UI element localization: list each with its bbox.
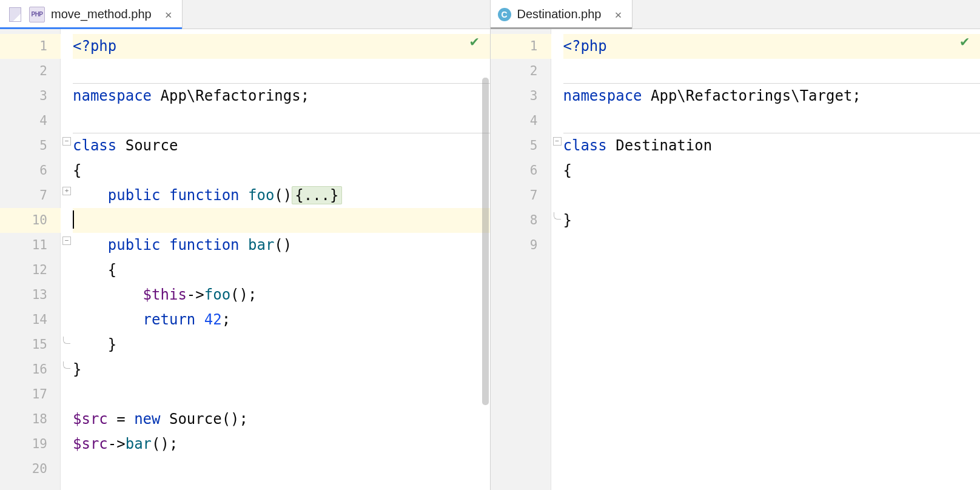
- fold-cell: [61, 427, 73, 452]
- code-line[interactable]: class Destination: [563, 133, 981, 158]
- inspection-ok-icon[interactable]: ✔: [470, 33, 478, 50]
- code-line[interactable]: class Source: [73, 133, 490, 158]
- token-kw: namespace: [563, 87, 651, 104]
- fold-cell: [551, 178, 563, 203]
- line-number: 1: [0, 34, 61, 59]
- tab-label: move_method.php: [51, 7, 152, 21]
- fold-cell: [61, 54, 73, 79]
- token-plain: }: [73, 336, 116, 353]
- tab-destination[interactable]: C Destination.php ×: [491, 0, 633, 29]
- fold-collapse-icon[interactable]: −: [62, 137, 71, 146]
- fold-collapse-icon[interactable]: −: [62, 237, 71, 245]
- code-line[interactable]: }: [73, 357, 490, 382]
- code-line[interactable]: [73, 109, 490, 133]
- code-line[interactable]: <?php: [563, 34, 981, 59]
- line-number: 5: [0, 133, 61, 158]
- fold-end-icon: [554, 212, 561, 220]
- code-line[interactable]: [563, 59, 981, 84]
- line-number: 7: [0, 183, 61, 208]
- token-plain: ->: [187, 286, 204, 303]
- line-number: 12: [0, 258, 61, 283]
- token-plain: ();: [152, 435, 178, 452]
- line-number: 3: [491, 84, 551, 109]
- fold-cell: [551, 228, 563, 253]
- right-pane: C Destination.php × ✔ 123456789 − <?phpn…: [491, 0, 981, 490]
- code-line[interactable]: return 42;: [73, 307, 490, 332]
- close-icon[interactable]: ×: [614, 8, 622, 21]
- code-line[interactable]: $src = new Source();: [73, 407, 490, 432]
- fold-cell[interactable]: [551, 203, 563, 228]
- code-line[interactable]: public function foo(){...}: [73, 183, 490, 208]
- token-kw: class: [563, 137, 616, 154]
- token-fn: foo: [248, 187, 274, 204]
- code-line[interactable]: {: [563, 158, 981, 183]
- token-kw: class: [73, 137, 126, 154]
- line-number: 20: [0, 457, 61, 482]
- line-number: 8: [491, 208, 551, 233]
- fold-cell: [61, 153, 73, 178]
- fold-cell[interactable]: [61, 352, 73, 377]
- fold-expand-icon[interactable]: +: [62, 187, 71, 195]
- fold-cell: [61, 29, 73, 54]
- fold-cell: [551, 29, 563, 54]
- code-line[interactable]: {: [73, 158, 490, 183]
- fold-cell[interactable]: [61, 327, 73, 352]
- line-number: 18: [0, 407, 61, 432]
- editor-left[interactable]: ✔ 12345671011121314151617181920 −+− <?ph…: [0, 29, 490, 490]
- token-plain: }: [73, 361, 81, 378]
- fold-cell[interactable]: −: [61, 228, 73, 253]
- code-line[interactable]: [73, 382, 490, 407]
- code-line[interactable]: {: [73, 258, 490, 283]
- fold-cell: [61, 203, 73, 228]
- tab-move-method[interactable]: PHP move_method.php ×: [0, 0, 183, 29]
- code-line[interactable]: $this->foo();: [73, 283, 490, 307]
- code-line[interactable]: [73, 457, 490, 482]
- fold-cell: [61, 253, 73, 278]
- token-plain: (): [274, 187, 292, 204]
- fold-cell[interactable]: +: [61, 178, 73, 203]
- token-plain: {: [73, 261, 116, 278]
- line-number: 2: [491, 59, 551, 84]
- code-area[interactable]: <?phpnamespace App\Refactorings;class So…: [73, 29, 490, 490]
- fold-collapse-icon[interactable]: −: [553, 137, 562, 146]
- gutter: 123456789: [491, 29, 551, 490]
- code-line[interactable]: }: [563, 208, 981, 233]
- line-number: 4: [491, 109, 551, 133]
- code-area[interactable]: <?phpnamespace App\Refactorings\Target;c…: [563, 29, 981, 490]
- token-fold-dots: {...}: [292, 186, 341, 204]
- fold-cell[interactable]: −: [61, 129, 73, 153]
- code-line[interactable]: <?php: [73, 34, 490, 59]
- class-file-icon: C: [498, 8, 511, 21]
- scrollbar-thumb[interactable]: [482, 78, 489, 405]
- line-number: 13: [0, 283, 61, 307]
- token-plain: [73, 187, 108, 204]
- token-plain: [73, 286, 143, 303]
- fold-cell: [61, 79, 73, 104]
- close-icon[interactable]: ×: [165, 8, 172, 21]
- code-line[interactable]: namespace App\Refactorings\Target;: [563, 84, 981, 109]
- token-plain: Source: [126, 137, 178, 154]
- inspection-ok-icon[interactable]: ✔: [961, 33, 969, 50]
- php-file-icon: [7, 7, 23, 22]
- editor-right[interactable]: ✔ 123456789 − <?phpnamespace App\Refacto…: [491, 29, 981, 490]
- code-line[interactable]: [563, 183, 981, 208]
- token-plain: {: [563, 162, 572, 179]
- token-plain: }: [563, 212, 572, 229]
- token-var: $src: [73, 435, 108, 452]
- code-line[interactable]: [73, 208, 490, 233]
- code-line[interactable]: [563, 233, 981, 258]
- line-number: 5: [491, 133, 551, 158]
- code-line[interactable]: [563, 109, 981, 133]
- token-plain: App\Refactorings\Target: [651, 87, 852, 104]
- code-line[interactable]: }: [73, 332, 490, 357]
- left-pane: PHP move_method.php × ✔ 1234567101112131…: [0, 0, 491, 490]
- fold-end-icon: [63, 361, 70, 369]
- code-line[interactable]: namespace App\Refactorings;: [73, 84, 490, 109]
- code-line[interactable]: [73, 59, 490, 84]
- fold-cell: [551, 54, 563, 79]
- fold-cell[interactable]: −: [551, 129, 563, 153]
- code-line[interactable]: $src->bar();: [73, 432, 490, 457]
- token-plain: (): [274, 237, 292, 253]
- code-line[interactable]: public function bar(): [73, 233, 490, 258]
- line-number: 1: [491, 34, 551, 59]
